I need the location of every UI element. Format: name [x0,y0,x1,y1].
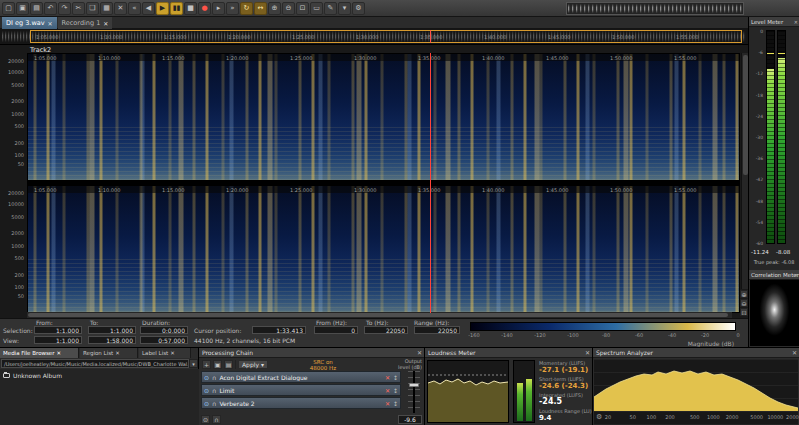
goto-end-icon[interactable]: » [226,2,239,15]
plugin-row[interactable]: ⊙∩Acon Digital Extract Dialogue✕↕ [201,371,401,383]
tab-media-file-browser[interactable]: Media File Browser ✕ [0,348,79,358]
tab-recording-1[interactable]: Recording 1 ✕ [58,17,113,29]
power-icon[interactable]: ⊙ [204,374,209,381]
close-icon[interactable]: ✕ [103,20,108,27]
loudness-row: Momentary (LUFS)-27.1 (-19.1) [539,360,591,374]
undo-icon[interactable]: ↶ [44,2,57,15]
remove-icon[interactable]: ✕ [385,387,390,394]
zoom-out-icon[interactable]: ⊖ [282,2,295,15]
fader-handle[interactable] [409,383,419,387]
list-item[interactable]: Unknown Album [0,369,199,382]
cut-icon[interactable]: ✂ [72,2,85,15]
goto-start-icon[interactable]: « [128,2,141,15]
zoom-out-button[interactable]: ⊖ [740,299,748,307]
move-icon[interactable]: ↕ [393,387,398,394]
magnitude-gradient-bar[interactable] [470,322,736,331]
power-icon[interactable]: ⊙ [201,415,210,424]
tab-di-eg-3-wav[interactable]: DI eg 3.wav ✕ [2,17,57,29]
power-icon[interactable]: ⊙ [204,387,209,394]
vertical-scrollbar[interactable] [741,53,748,289]
close-icon[interactable]: ✕ [48,20,53,27]
output-level-value[interactable]: -9.6 [398,415,422,424]
close-icon[interactable]: ✕ [417,348,422,358]
peak-value-left: -11.24 [751,249,769,255]
save-chain-icon[interactable]: ▤ [224,360,233,369]
time-tick: 1:05.000 [34,55,56,61]
from-hz-label: From (Hz): [316,319,347,326]
close-icon[interactable]: ✕ [57,348,62,358]
frequency-label: 500 [0,123,24,129]
overview-view-rectangle[interactable] [30,30,742,43]
path-dropdown[interactable]: /Users/joelheatley/Music/Music/Media.loc… [1,359,189,368]
headphone-icon[interactable]: ∩ [212,415,221,424]
spectrogram-right-channel[interactable]: 1:05.0001:10.0001:15.0001:20.0001:25.000… [27,185,740,313]
move-icon[interactable]: ↕ [393,374,398,381]
apply-button[interactable]: Apply ▾ [238,360,268,369]
loop-icon[interactable]: ↻ [240,2,253,15]
open-file-icon[interactable]: ▣ [16,2,29,15]
record-icon[interactable]: ● [198,2,211,15]
headphone-icon[interactable]: ∩ [212,400,216,407]
selection-to-field[interactable]: 1:1.000 [88,326,136,334]
file-overview-strip[interactable]: 1:05.0001:10.0001:15.0001:20.0001:25.000… [0,29,748,45]
cursor-position-field[interactable]: 1:33.413 [252,326,306,334]
toolbar-waveform-overview[interactable] [566,2,744,15]
close-icon[interactable]: ✕ [792,348,797,358]
selection-duration-field[interactable]: 0:0.000 [140,326,188,334]
new-file-icon[interactable]: ▢ [2,2,15,15]
magnitude-tick: -60 [635,332,643,338]
view-to-field[interactable]: 1:58.000 [88,336,136,344]
stop-icon[interactable]: ■ [184,2,197,15]
close-icon[interactable]: ✕ [585,348,590,358]
power-icon[interactable]: ⊙ [204,400,209,407]
move-icon[interactable]: ↕ [393,400,398,407]
add-plugin-icon[interactable]: + [202,360,211,369]
plugin-row[interactable]: ⊙∩Limit✕↕ [201,384,401,396]
zoom-fit-button[interactable]: ⊡ [740,308,748,316]
headphone-icon[interactable]: ∩ [212,374,216,381]
play-icon[interactable]: ▶ [156,2,169,15]
selection-from-field[interactable]: 1:1.000 [34,326,82,334]
tab-label-list[interactable]: Label List ✕ [139,348,191,358]
zoom-in-button[interactable]: ⊕ [740,290,748,298]
settings-icon[interactable]: ⚙ [352,2,365,15]
scrollbar-thumb[interactable] [28,313,728,317]
spectrogram-left-channel[interactable]: 1:05.0001:10.0001:15.0001:20.0001:25.000… [27,53,740,181]
view-from-field[interactable]: 1:1.000 [34,336,82,344]
fast-forward-icon[interactable]: ▸ [212,2,225,15]
time-selection-tool-icon[interactable]: ▭ [310,2,323,15]
tab-label: Recording 1 [62,19,101,27]
to-hz-field[interactable]: 22050 [364,326,408,334]
copy-icon[interactable]: ❏ [86,2,99,15]
remove-icon[interactable]: ✕ [385,400,390,407]
close-icon[interactable]: ✕ [115,348,120,358]
plugin-row[interactable]: ⊙∩Verberate 2✕↕ [201,397,401,409]
to-column-header: To: [90,319,98,326]
close-icon[interactable]: ✕ [794,17,798,27]
view-duration-field[interactable]: 0:57.000 [140,336,188,344]
paste-icon[interactable]: ▦ [100,2,113,15]
from-hz-field[interactable]: 0 [314,326,358,334]
frequency-label: 2000 [0,98,24,104]
remove-icon[interactable]: ✕ [385,374,390,381]
rewind-icon[interactable]: ◀ [142,2,155,15]
close-icon[interactable]: ✕ [794,270,798,280]
delete-icon[interactable]: ✕ [114,2,127,15]
marker-icon[interactable]: ▾ [338,2,351,15]
track-name[interactable]: Track2 [30,46,51,54]
open-chain-icon[interactable]: ▣ [213,360,222,369]
pencil-tool-icon[interactable]: ✎ [324,2,337,15]
pause-icon[interactable]: ▮▮ [170,2,183,15]
close-icon[interactable]: ✕ [170,348,175,358]
chevron-down-icon[interactable]: ▾ [189,359,198,368]
tab-region-list[interactable]: Region List ✕ [80,348,138,358]
zoom-in-icon[interactable]: ⊕ [268,2,281,15]
redo-icon[interactable]: ↷ [58,2,71,15]
save-file-icon[interactable]: ▤ [30,2,43,15]
range-hz-field[interactable]: 22050 [414,326,460,334]
output-level-fader[interactable] [408,371,420,413]
wrench-icon[interactable]: ⚙ [596,413,602,421]
zoom-selection-icon[interactable]: ⊡ [296,2,309,15]
headphone-icon[interactable]: ∩ [212,387,216,394]
auto-scroll-icon[interactable]: ↔ [254,2,267,15]
